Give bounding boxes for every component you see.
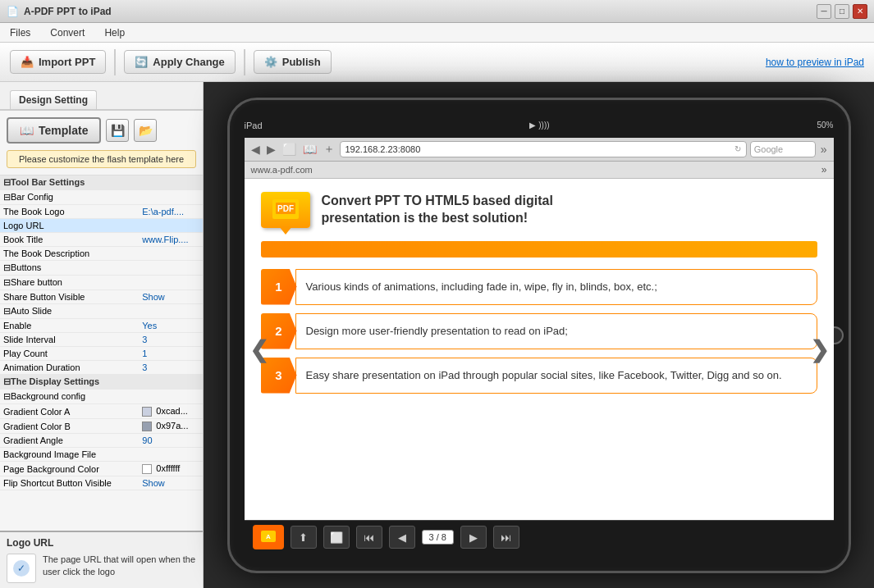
display-settings-label: ⊟The Display Settings bbox=[0, 375, 203, 390]
publish-button[interactable]: ⚙️ Publish bbox=[254, 50, 332, 74]
book-title-row[interactable]: Book Title www.Flip.... bbox=[0, 233, 203, 247]
buttons-row[interactable]: ⊟Buttons bbox=[0, 261, 203, 276]
presentation-prev-button[interactable]: ❮ bbox=[249, 335, 268, 362]
auto-slide-row[interactable]: ⊟Auto Slide bbox=[0, 304, 203, 319]
fullscreen-button[interactable]: ⬜ bbox=[323, 526, 350, 549]
search-placeholder: Google bbox=[754, 144, 783, 154]
menu-convert[interactable]: Convert bbox=[47, 25, 88, 40]
close-button[interactable]: ✕ bbox=[853, 4, 867, 19]
save-template-button[interactable]: 💾 bbox=[106, 119, 129, 142]
toolbar-separator-2 bbox=[244, 49, 245, 75]
bullet-text-3: Easy share presentation on iPad through … bbox=[295, 358, 817, 394]
nav-back-button[interactable]: ◀ bbox=[249, 143, 262, 156]
toolbar: 📥 Import PPT 🔄 Apply Change ⚙️ Publish h… bbox=[0, 43, 874, 82]
logo-url-row[interactable]: Logo URL bbox=[0, 219, 203, 233]
background-config-row[interactable]: ⊟Background config bbox=[0, 390, 203, 404]
bookmarks-more: » bbox=[821, 164, 827, 175]
bg-image-label: Background Image File bbox=[0, 448, 139, 462]
how-to-link[interactable]: how to preview in iPad bbox=[766, 57, 864, 68]
load-template-button[interactable]: 📂 bbox=[134, 119, 157, 142]
gradient-a-row[interactable]: Gradient Color A 0xcad... bbox=[0, 404, 203, 419]
flip-shortcut-label: Flip Shortcut Button Visible bbox=[0, 476, 139, 490]
apply-change-button[interactable]: 🔄 Apply Change bbox=[124, 50, 235, 74]
play-count-row[interactable]: Play Count 1 bbox=[0, 347, 203, 361]
bullet-item-2: 2 Design more user-friendly presentation… bbox=[261, 313, 817, 349]
bar-config-row[interactable]: ⊟Bar Config bbox=[0, 190, 203, 205]
slide-interval-label: Slide Interval bbox=[0, 333, 139, 347]
import-icon: 📥 bbox=[21, 56, 34, 68]
menu-files[interactable]: Files bbox=[7, 25, 34, 40]
gradient-angle-value: 90 bbox=[139, 434, 203, 448]
logo-url-label: Logo URL bbox=[0, 219, 139, 233]
bullet-item-3: 3 Easy share presentation on iPad throug… bbox=[261, 358, 817, 394]
prev-page-button[interactable]: ◀ bbox=[389, 526, 415, 549]
first-page-button[interactable]: ⏮ bbox=[356, 526, 382, 549]
maximize-button[interactable]: □ bbox=[835, 4, 849, 19]
apply-icon: 🔄 bbox=[135, 56, 148, 68]
anim-duration-row[interactable]: Animation Duration 3 bbox=[0, 361, 203, 375]
enable-value: Yes bbox=[139, 319, 203, 333]
presentation-area: PDF Convert PPT TO HTML5 based digital p… bbox=[245, 179, 834, 520]
book-desc-label: The Book Description bbox=[0, 247, 139, 261]
page-bg-swatch bbox=[142, 464, 152, 474]
nav-bookmarks-button[interactable]: 📖 bbox=[301, 143, 318, 156]
play-count-value: 1 bbox=[139, 347, 203, 361]
bg-image-row[interactable]: Background Image File bbox=[0, 448, 203, 462]
display-settings-row[interactable]: ⊟The Display Settings bbox=[0, 375, 203, 390]
share-button[interactable]: ⬆ bbox=[291, 526, 317, 549]
tool-bar-settings-row[interactable]: ⊟Tool Bar Settings bbox=[0, 175, 203, 190]
presentation-logo-button[interactable]: A bbox=[253, 525, 284, 549]
logo-url-icon: ✓ bbox=[7, 554, 36, 583]
nav-pages-button[interactable]: ⬜ bbox=[281, 143, 298, 156]
share-visible-row[interactable]: Share Button Visible Show bbox=[0, 290, 203, 304]
nav-plus-button[interactable]: ＋ bbox=[322, 142, 336, 157]
gradient-b-row[interactable]: Gradient Color B 0x97a... bbox=[0, 419, 203, 434]
book-desc-row[interactable]: The Book Description bbox=[0, 247, 203, 261]
enable-label: Enable bbox=[0, 319, 139, 333]
enable-row[interactable]: Enable Yes bbox=[0, 319, 203, 333]
template-label: Template bbox=[39, 124, 88, 137]
bar-config-label: ⊟Bar Config bbox=[0, 190, 203, 205]
template-button[interactable]: 📖 Template bbox=[7, 117, 101, 144]
menu-bar: Files Convert Help bbox=[0, 23, 874, 43]
menu-help[interactable]: Help bbox=[101, 25, 128, 40]
share-button-row[interactable]: ⊟Share button bbox=[0, 276, 203, 290]
last-page-button[interactable]: ⏭ bbox=[493, 526, 519, 549]
gradient-angle-label: Gradient Angle bbox=[0, 434, 139, 448]
svg-text:✓: ✓ bbox=[17, 563, 25, 574]
gradient-a-hex: 0xcad... bbox=[156, 406, 188, 416]
svg-text:PDF: PDF bbox=[277, 204, 294, 213]
svg-text:A: A bbox=[266, 533, 271, 540]
search-bar[interactable]: Google bbox=[750, 141, 816, 157]
ipad-wifi-signal: ▶ )))) bbox=[529, 121, 549, 130]
nav-forward-button[interactable]: ▶ bbox=[265, 143, 277, 156]
save-icon: 💾 bbox=[111, 124, 125, 137]
flip-shortcut-row[interactable]: Flip Shortcut Button Visible Show bbox=[0, 476, 203, 490]
gradient-b-hex: 0x97a... bbox=[156, 421, 188, 431]
presentation-next-button[interactable]: ❯ bbox=[810, 335, 829, 362]
bookmarks-url: www.a-pdf.com bbox=[251, 165, 313, 175]
settings-tree[interactable]: ⊟Tool Bar Settings ⊟Bar Config The Book … bbox=[0, 175, 203, 531]
gradient-a-value: 0xcad... bbox=[139, 404, 203, 419]
logo-url-content: ✓ The page URL that will open when the u… bbox=[7, 554, 196, 583]
ipad-status-bar: iPad ▶ )))) 50% bbox=[245, 116, 834, 134]
slide-interval-row[interactable]: Slide Interval 3 bbox=[0, 333, 203, 347]
more-button[interactable]: » bbox=[819, 143, 829, 156]
page-bg-color-row[interactable]: Page Background Color 0xffffff bbox=[0, 462, 203, 476]
toolbar-separator bbox=[114, 49, 116, 75]
book-logo-value: E:\a-pdf.... bbox=[139, 205, 203, 219]
import-ppt-button[interactable]: 📥 Import PPT bbox=[10, 50, 106, 74]
design-setting-tab[interactable]: Design Setting bbox=[10, 90, 97, 109]
bullet-arrow-3: 3 bbox=[261, 358, 297, 394]
logo-url-panel-title: Logo URL bbox=[7, 537, 196, 549]
book-logo-row[interactable]: The Book Logo E:\a-pdf.... bbox=[0, 205, 203, 219]
gradient-angle-row[interactable]: Gradient Angle 90 bbox=[0, 434, 203, 448]
browser-bookmarks: www.a-pdf.com » bbox=[245, 162, 834, 179]
minimize-button[interactable]: ─ bbox=[817, 4, 831, 19]
orange-banner bbox=[261, 241, 817, 258]
browser-nav: ◀ ▶ ⬜ 📖 ＋ 192.168.2.23:8080 ↻ Google » bbox=[245, 138, 834, 162]
ipad-frame: iPad ▶ )))) 50% ◀ ▶ ⬜ 📖 ＋ 192.168.2.23:8… bbox=[227, 98, 851, 573]
next-page-button[interactable]: ▶ bbox=[460, 526, 487, 549]
refresh-icon[interactable]: ↻ bbox=[734, 144, 741, 153]
url-bar[interactable]: 192.168.2.23:8080 ↻ bbox=[340, 141, 747, 157]
